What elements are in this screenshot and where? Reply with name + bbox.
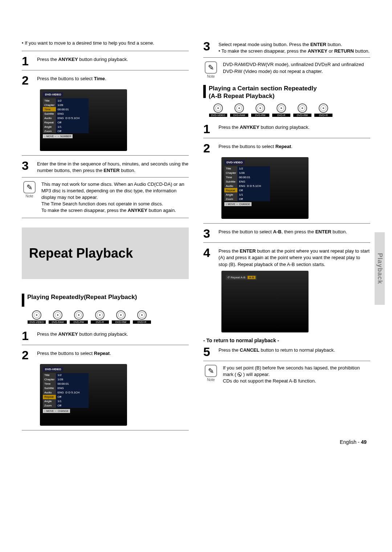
disc-label: DVD+RW <box>293 114 311 117</box>
osd-row: Title1/2 <box>224 166 270 171</box>
osd-key: Angle <box>224 192 237 197</box>
osd-key: Zoom <box>43 404 56 408</box>
section-ab-repeat: Playing a Certain section Repeatedly(A-B… <box>203 85 370 100</box>
step-text: Press the ANYKEY button during playback. <box>37 55 189 67</box>
osd-value: 1/1 <box>56 124 89 129</box>
side-tab: Playback <box>375 232 385 305</box>
step-number: 3 <box>203 40 214 54</box>
divider <box>22 345 189 345</box>
divider <box>203 361 370 361</box>
osd-key: Repeat <box>43 395 56 399</box>
note-body: This may not work for some discs. When a… <box>41 181 189 214</box>
osd-key: Time <box>224 175 237 179</box>
osd-key: Time <box>43 107 56 111</box>
osd-row: Chapter1/28 <box>43 103 89 107</box>
step-text: Press the buttons to select Repeat. <box>219 142 370 154</box>
note-ab-repeat: ✎ Note If you set point (B) before five … <box>203 365 370 385</box>
section-bar-icon <box>203 85 206 98</box>
osd-value: Off <box>56 404 89 408</box>
disc-type: DVD-R <box>272 103 290 117</box>
step-ab-1: 1 Press the ANYKEY button during playbac… <box>203 123 370 135</box>
disc-label: DVD-RAM <box>230 114 248 117</box>
step-number: 5 <box>203 345 214 358</box>
osd-key: Subtitle <box>43 386 56 391</box>
step-ab-2: 2 Press the buttons to select Repeat. <box>203 142 370 154</box>
disc-label: DVD+R <box>314 114 332 117</box>
osd-row: AudioENG D D 5.1CH <box>43 391 89 395</box>
disc-icon <box>319 103 328 113</box>
disc-icon <box>74 310 83 320</box>
osd-value: 1/28 <box>56 103 89 107</box>
step-text: Press the button to select A-B, then pre… <box>219 227 370 240</box>
osd-value: 1/1 <box>56 399 89 404</box>
osd-row: ZoomOff <box>224 197 270 201</box>
osd-key: Time <box>43 382 56 386</box>
pencil-icon: ✎ <box>205 61 217 74</box>
repeat-playback-banner: Repeat Playback <box>22 228 189 279</box>
step-number: 3 <box>203 227 214 240</box>
osd-row: SubtitleENG <box>224 179 270 184</box>
step-text: Select repeat mode using button. Press t… <box>219 40 370 54</box>
note-line: ) will appear. <box>243 372 270 377</box>
osd-key: Repeat <box>43 120 56 124</box>
note-repeat-chapter: ✎ Note DVD-RAM/DVD-RW(VR mode), unfinali… <box>203 61 370 78</box>
osd-footer: ↕ MOVE ←→ NUMBER <box>43 134 73 138</box>
page-footer: English - 49 <box>340 439 367 445</box>
osd-row: SubtitleENG <box>43 111 89 116</box>
step-ab-4: 4 Press the ENTER button at the point wh… <box>203 246 370 268</box>
osd-row: Time00:00:01 <box>43 107 89 111</box>
note-line: To make the screen disappear, press the … <box>41 208 176 213</box>
side-tab-label: Playback <box>376 253 384 284</box>
osd-value: Off <box>237 197 270 201</box>
divider <box>203 57 370 58</box>
step-number: 2 <box>203 142 214 154</box>
disc-icon <box>256 103 265 113</box>
osd-value: 1/28 <box>56 377 89 382</box>
osd-key: Title <box>43 373 56 377</box>
step-repeat-a2: 2 Press the buttons to select Repeat. <box>22 349 189 361</box>
disc-type: DVD-RW <box>251 103 269 117</box>
disc-row-a: DVD-VIDEO DVD-RAM DVD-RW DVD-R DVD+RW DV… <box>28 310 189 324</box>
step-ab-3: 3 Press the button to select A-B, then p… <box>203 227 370 240</box>
step-time-1: 1 Press the ANYKEY button during playbac… <box>22 55 189 67</box>
osd-row: Title1/2 <box>43 373 89 377</box>
osd-row: RepeatOff <box>43 120 89 124</box>
return-normal-subhead: - To return to normal playback - <box>203 338 370 343</box>
repeat-playback-title: Repeat Playback <box>29 246 181 261</box>
disc-icon <box>53 310 62 320</box>
osd-row: RepeatOff <box>224 188 270 192</box>
osd-row: Angle1/1 <box>224 192 270 197</box>
disc-type: DVD-RAM <box>230 103 248 117</box>
disc-icon <box>213 103 223 113</box>
osd-value: 1/2 <box>237 166 270 171</box>
step-text: Enter the time in the sequence of hours,… <box>37 159 189 174</box>
osd-value: 1/1 <box>237 192 270 197</box>
osd-key: Chapter <box>43 377 56 382</box>
disc-type: DVD-R <box>91 310 109 324</box>
osd-value: ENG <box>56 111 89 116</box>
osd-value: 1/2 <box>56 373 89 377</box>
step-repeat-a3: 3 Select repeat mode using button. Press… <box>203 40 370 54</box>
disc-icon <box>116 310 126 320</box>
disc-label: DVD-R <box>272 114 290 117</box>
osd-key: Title <box>224 166 237 171</box>
osd-row: Angle1/1 <box>43 399 89 404</box>
divider <box>22 430 189 430</box>
disc-row-b: DVD-VIDEO DVD-RAM DVD-RW DVD-R DVD+RW DV… <box>209 103 370 117</box>
section-bar-icon <box>22 294 24 307</box>
step-number: 2 <box>22 349 33 361</box>
osd-key: Zoom <box>224 197 237 201</box>
step-number: 4 <box>203 246 214 268</box>
osd-row: ZoomOff <box>43 129 89 133</box>
disc-label: DVD-RAM <box>49 320 67 324</box>
osd-value: Off <box>56 395 89 399</box>
osd-value: 00:00:01 <box>56 382 89 386</box>
osd-value: Off <box>237 188 270 192</box>
osd-value: ENG <box>56 386 89 391</box>
disc-label: DVD-RW <box>251 114 269 117</box>
note-label: Note <box>203 74 219 78</box>
osd-row: Time00:00:01 <box>43 382 89 386</box>
step-text: Press the ENTER button at the point wher… <box>219 246 370 268</box>
osd-heading: DVD-VIDEO <box>43 367 63 372</box>
osd-row: SubtitleENG <box>43 386 89 391</box>
